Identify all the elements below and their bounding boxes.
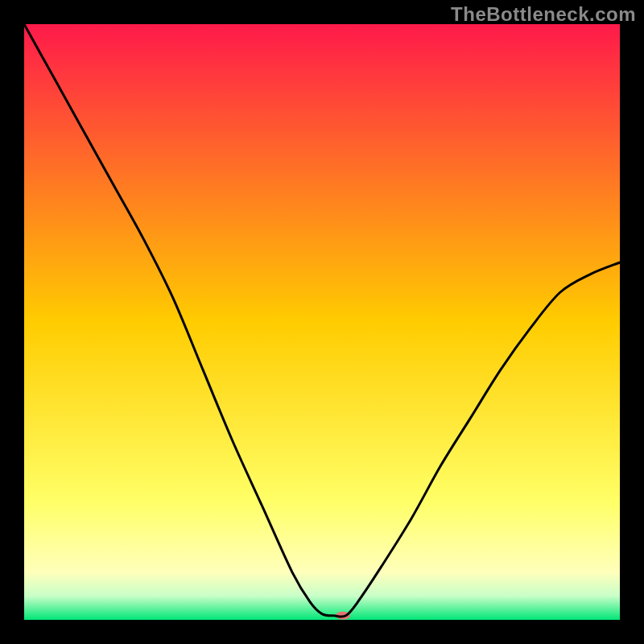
bottleneck-chart [0, 0, 644, 644]
chart-container: { "watermark": "TheBottleneck.com", "cha… [0, 0, 644, 644]
watermark-text: TheBottleneck.com [451, 3, 636, 26]
plot-background [24, 24, 620, 620]
